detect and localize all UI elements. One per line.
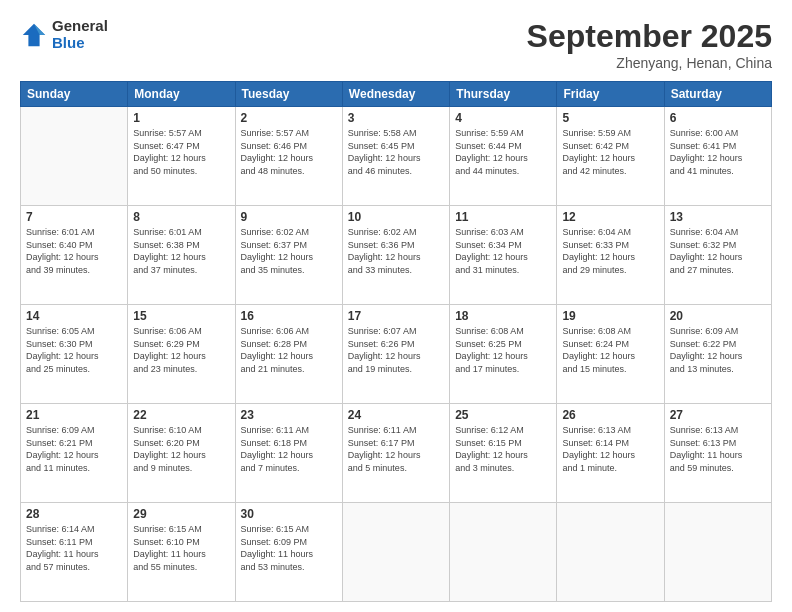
day-info: Sunrise: 6:13 AM Sunset: 6:14 PM Dayligh…: [562, 424, 658, 474]
location-subtitle: Zhenyang, Henan, China: [527, 55, 772, 71]
day-number: 15: [133, 309, 229, 323]
day-number: 16: [241, 309, 337, 323]
day-info: Sunrise: 6:09 AM Sunset: 6:21 PM Dayligh…: [26, 424, 122, 474]
day-info: Sunrise: 6:14 AM Sunset: 6:11 PM Dayligh…: [26, 523, 122, 573]
calendar-cell-3-4: 25Sunrise: 6:12 AM Sunset: 6:15 PM Dayli…: [450, 404, 557, 503]
day-info: Sunrise: 5:57 AM Sunset: 6:46 PM Dayligh…: [241, 127, 337, 177]
day-number: 21: [26, 408, 122, 422]
day-number: 13: [670, 210, 766, 224]
day-info: Sunrise: 5:59 AM Sunset: 6:44 PM Dayligh…: [455, 127, 551, 177]
calendar-cell-1-5: 12Sunrise: 6:04 AM Sunset: 6:33 PM Dayli…: [557, 206, 664, 305]
logo-icon: [20, 21, 48, 49]
calendar-cell-3-2: 23Sunrise: 6:11 AM Sunset: 6:18 PM Dayli…: [235, 404, 342, 503]
day-info: Sunrise: 6:02 AM Sunset: 6:36 PM Dayligh…: [348, 226, 444, 276]
title-block: September 2025 Zhenyang, Henan, China: [527, 18, 772, 71]
day-info: Sunrise: 6:12 AM Sunset: 6:15 PM Dayligh…: [455, 424, 551, 474]
day-number: 18: [455, 309, 551, 323]
logo-general-text: General: [52, 18, 108, 35]
calendar-cell-4-3: [342, 503, 449, 602]
calendar-cell-2-0: 14Sunrise: 6:05 AM Sunset: 6:30 PM Dayli…: [21, 305, 128, 404]
calendar-cell-0-2: 2Sunrise: 5:57 AM Sunset: 6:46 PM Daylig…: [235, 107, 342, 206]
day-number: 23: [241, 408, 337, 422]
logo-blue-text: Blue: [52, 35, 108, 52]
calendar-cell-4-0: 28Sunrise: 6:14 AM Sunset: 6:11 PM Dayli…: [21, 503, 128, 602]
day-number: 20: [670, 309, 766, 323]
calendar-cell-3-3: 24Sunrise: 6:11 AM Sunset: 6:17 PM Dayli…: [342, 404, 449, 503]
day-number: 9: [241, 210, 337, 224]
calendar-cell-2-4: 18Sunrise: 6:08 AM Sunset: 6:25 PM Dayli…: [450, 305, 557, 404]
day-info: Sunrise: 6:00 AM Sunset: 6:41 PM Dayligh…: [670, 127, 766, 177]
day-info: Sunrise: 6:06 AM Sunset: 6:29 PM Dayligh…: [133, 325, 229, 375]
col-friday: Friday: [557, 82, 664, 107]
day-info: Sunrise: 6:02 AM Sunset: 6:37 PM Dayligh…: [241, 226, 337, 276]
day-info: Sunrise: 6:13 AM Sunset: 6:13 PM Dayligh…: [670, 424, 766, 474]
calendar-cell-1-6: 13Sunrise: 6:04 AM Sunset: 6:32 PM Dayli…: [664, 206, 771, 305]
calendar-cell-0-0: [21, 107, 128, 206]
calendar-page: General Blue September 2025 Zhenyang, He…: [0, 0, 792, 612]
day-info: Sunrise: 6:01 AM Sunset: 6:38 PM Dayligh…: [133, 226, 229, 276]
calendar-cell-0-1: 1Sunrise: 5:57 AM Sunset: 6:47 PM Daylig…: [128, 107, 235, 206]
day-number: 17: [348, 309, 444, 323]
logo-text: General Blue: [52, 18, 108, 51]
col-wednesday: Wednesday: [342, 82, 449, 107]
day-number: 1: [133, 111, 229, 125]
day-number: 8: [133, 210, 229, 224]
calendar-cell-0-4: 4Sunrise: 5:59 AM Sunset: 6:44 PM Daylig…: [450, 107, 557, 206]
calendar-cell-4-1: 29Sunrise: 6:15 AM Sunset: 6:10 PM Dayli…: [128, 503, 235, 602]
day-number: 6: [670, 111, 766, 125]
calendar-cell-1-4: 11Sunrise: 6:03 AM Sunset: 6:34 PM Dayli…: [450, 206, 557, 305]
calendar-cell-2-3: 17Sunrise: 6:07 AM Sunset: 6:26 PM Dayli…: [342, 305, 449, 404]
calendar-cell-0-3: 3Sunrise: 5:58 AM Sunset: 6:45 PM Daylig…: [342, 107, 449, 206]
col-tuesday: Tuesday: [235, 82, 342, 107]
day-info: Sunrise: 5:57 AM Sunset: 6:47 PM Dayligh…: [133, 127, 229, 177]
day-number: 30: [241, 507, 337, 521]
calendar-cell-1-2: 9Sunrise: 6:02 AM Sunset: 6:37 PM Daylig…: [235, 206, 342, 305]
day-number: 11: [455, 210, 551, 224]
day-number: 22: [133, 408, 229, 422]
day-info: Sunrise: 6:05 AM Sunset: 6:30 PM Dayligh…: [26, 325, 122, 375]
day-info: Sunrise: 6:04 AM Sunset: 6:32 PM Dayligh…: [670, 226, 766, 276]
day-number: 10: [348, 210, 444, 224]
calendar-week-3: 14Sunrise: 6:05 AM Sunset: 6:30 PM Dayli…: [21, 305, 772, 404]
calendar-cell-3-5: 26Sunrise: 6:13 AM Sunset: 6:14 PM Dayli…: [557, 404, 664, 503]
calendar-week-5: 28Sunrise: 6:14 AM Sunset: 6:11 PM Dayli…: [21, 503, 772, 602]
day-info: Sunrise: 6:08 AM Sunset: 6:25 PM Dayligh…: [455, 325, 551, 375]
col-sunday: Sunday: [21, 82, 128, 107]
calendar-cell-1-1: 8Sunrise: 6:01 AM Sunset: 6:38 PM Daylig…: [128, 206, 235, 305]
day-number: 7: [26, 210, 122, 224]
day-info: Sunrise: 6:06 AM Sunset: 6:28 PM Dayligh…: [241, 325, 337, 375]
day-number: 12: [562, 210, 658, 224]
calendar-cell-4-4: [450, 503, 557, 602]
calendar-cell-1-3: 10Sunrise: 6:02 AM Sunset: 6:36 PM Dayli…: [342, 206, 449, 305]
day-number: 3: [348, 111, 444, 125]
calendar-cell-4-6: [664, 503, 771, 602]
day-info: Sunrise: 6:11 AM Sunset: 6:17 PM Dayligh…: [348, 424, 444, 474]
calendar-cell-3-0: 21Sunrise: 6:09 AM Sunset: 6:21 PM Dayli…: [21, 404, 128, 503]
day-info: Sunrise: 6:08 AM Sunset: 6:24 PM Dayligh…: [562, 325, 658, 375]
day-info: Sunrise: 5:59 AM Sunset: 6:42 PM Dayligh…: [562, 127, 658, 177]
calendar-week-1: 1Sunrise: 5:57 AM Sunset: 6:47 PM Daylig…: [21, 107, 772, 206]
calendar-cell-2-5: 19Sunrise: 6:08 AM Sunset: 6:24 PM Dayli…: [557, 305, 664, 404]
day-info: Sunrise: 6:11 AM Sunset: 6:18 PM Dayligh…: [241, 424, 337, 474]
calendar-week-2: 7Sunrise: 6:01 AM Sunset: 6:40 PM Daylig…: [21, 206, 772, 305]
day-number: 27: [670, 408, 766, 422]
day-info: Sunrise: 6:15 AM Sunset: 6:10 PM Dayligh…: [133, 523, 229, 573]
day-number: 25: [455, 408, 551, 422]
calendar-cell-2-2: 16Sunrise: 6:06 AM Sunset: 6:28 PM Dayli…: [235, 305, 342, 404]
day-number: 14: [26, 309, 122, 323]
day-info: Sunrise: 6:15 AM Sunset: 6:09 PM Dayligh…: [241, 523, 337, 573]
calendar-week-4: 21Sunrise: 6:09 AM Sunset: 6:21 PM Dayli…: [21, 404, 772, 503]
calendar-cell-3-1: 22Sunrise: 6:10 AM Sunset: 6:20 PM Dayli…: [128, 404, 235, 503]
day-number: 19: [562, 309, 658, 323]
col-saturday: Saturday: [664, 82, 771, 107]
calendar-cell-1-0: 7Sunrise: 6:01 AM Sunset: 6:40 PM Daylig…: [21, 206, 128, 305]
calendar-cell-4-5: [557, 503, 664, 602]
calendar-cell-4-2: 30Sunrise: 6:15 AM Sunset: 6:09 PM Dayli…: [235, 503, 342, 602]
day-info: Sunrise: 6:01 AM Sunset: 6:40 PM Dayligh…: [26, 226, 122, 276]
col-thursday: Thursday: [450, 82, 557, 107]
header: General Blue September 2025 Zhenyang, He…: [20, 18, 772, 71]
day-number: 28: [26, 507, 122, 521]
logo: General Blue: [20, 18, 108, 51]
day-info: Sunrise: 6:10 AM Sunset: 6:20 PM Dayligh…: [133, 424, 229, 474]
day-number: 2: [241, 111, 337, 125]
